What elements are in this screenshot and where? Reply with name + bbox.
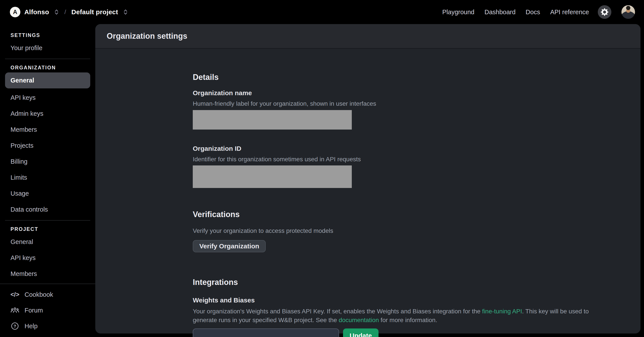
sidebar-item-forum[interactable]: Forum bbox=[0, 303, 95, 318]
top-bar: A Alfonso / Default project Playground D… bbox=[0, 0, 644, 24]
sidebar-item-proj-api-keys[interactable]: API keys bbox=[0, 250, 95, 266]
sidebar-item-org-data-controls[interactable]: Data controls bbox=[0, 202, 95, 218]
wandb-api-key-input[interactable] bbox=[193, 329, 339, 337]
wandb-desc-text: . This key will be used to bbox=[522, 308, 589, 315]
sidebar-item-help[interactable]: ? Help bbox=[0, 318, 95, 334]
integrations-heading: Integrations bbox=[193, 278, 640, 287]
documentation-link[interactable]: documentation bbox=[339, 317, 379, 324]
sidebar-item-your-profile[interactable]: Your profile bbox=[0, 40, 95, 56]
svg-text:?: ? bbox=[14, 324, 16, 329]
project-name[interactable]: Default project bbox=[72, 8, 118, 16]
page-title: Organization settings bbox=[107, 31, 187, 41]
wandb-desc-text: generate runs in your specified W&B proj… bbox=[193, 317, 339, 324]
wandb-description: Your organization's Weights and Biases A… bbox=[193, 307, 640, 325]
wandb-desc-text: for more information. bbox=[379, 317, 437, 324]
wandb-desc-text: Your organization's Weights and Biases A… bbox=[193, 308, 482, 315]
verify-organization-button[interactable]: Verify Organization bbox=[193, 240, 266, 252]
verifications-heading: Verifications bbox=[193, 210, 640, 219]
sidebar-item-org-limits[interactable]: Limits bbox=[0, 170, 95, 186]
wandb-input-row: Update bbox=[193, 329, 640, 337]
wandb-description-line1: Your organization's Weights and Biases A… bbox=[193, 307, 640, 316]
wandb-description-line2: generate runs in your specified W&B proj… bbox=[193, 316, 640, 325]
chevron-updown-icon[interactable] bbox=[54, 9, 59, 15]
sidebar-divider bbox=[5, 220, 90, 221]
sidebar-item-cookbook[interactable]: </> Cookbook bbox=[0, 287, 95, 303]
nav-api-reference[interactable]: API reference bbox=[550, 8, 589, 16]
sidebar-item-org-usage[interactable]: Usage bbox=[0, 186, 95, 202]
fine-tuning-api-link[interactable]: fine-tuning API bbox=[482, 308, 522, 315]
cookbook-label: Cookbook bbox=[24, 291, 53, 298]
settings-gear-button[interactable] bbox=[598, 5, 611, 19]
organization-id-label: Organization ID bbox=[193, 145, 640, 152]
code-icon: </> bbox=[10, 291, 20, 298]
help-label: Help bbox=[24, 323, 38, 330]
sidebar-footer: </> Cookbook Forum ? bbox=[0, 284, 95, 334]
help-icon: ? bbox=[10, 322, 20, 330]
sidebar: SETTINGS Your profile ORGANIZATION Gener… bbox=[0, 24, 95, 337]
verifications-description: Verify your organization to access prote… bbox=[193, 227, 640, 235]
organization-name-description: Human-friendly label for your organizati… bbox=[193, 99, 640, 108]
top-nav: Playground Dashboard Docs API reference bbox=[442, 5, 635, 19]
gear-icon bbox=[600, 8, 609, 16]
people-icon bbox=[10, 307, 20, 314]
sidebar-item-org-billing[interactable]: Billing bbox=[0, 154, 95, 170]
sidebar-item-org-admin-keys[interactable]: Admin keys bbox=[0, 106, 95, 122]
sidebar-section-settings: SETTINGS bbox=[10, 32, 95, 38]
org-name[interactable]: Alfonso bbox=[24, 8, 49, 16]
user-avatar[interactable] bbox=[622, 5, 635, 19]
sidebar-divider bbox=[5, 59, 90, 59]
nav-playground[interactable]: Playground bbox=[442, 8, 474, 16]
organization-name-label: Organization name bbox=[193, 89, 640, 97]
main-panel: Organization settings Details Organizati… bbox=[95, 24, 640, 334]
sidebar-item-proj-members[interactable]: Members bbox=[0, 266, 95, 282]
sidebar-item-org-members[interactable]: Members bbox=[0, 122, 95, 138]
organization-id-description: Identifier for this organization sometim… bbox=[193, 155, 640, 164]
update-button[interactable]: Update bbox=[343, 329, 378, 337]
sidebar-item-proj-general[interactable]: General bbox=[0, 234, 95, 250]
sidebar-section-organization: ORGANIZATION bbox=[10, 65, 95, 71]
organization-name-field-redacted[interactable] bbox=[193, 110, 352, 130]
breadcrumb-separator: / bbox=[64, 8, 66, 15]
breadcrumb: A Alfonso / Default project bbox=[10, 7, 128, 17]
panel-header: Organization settings bbox=[95, 24, 640, 48]
nav-docs[interactable]: Docs bbox=[526, 8, 540, 16]
org-avatar[interactable]: A bbox=[10, 7, 20, 17]
sidebar-section-project: PROJECT bbox=[10, 226, 95, 232]
sidebar-item-org-api-keys[interactable]: API keys bbox=[0, 90, 95, 106]
panel-body: Details Organization name Human-friendly… bbox=[95, 48, 640, 337]
sidebar-item-org-projects[interactable]: Projects bbox=[0, 138, 95, 154]
wandb-label: Weights and Biases bbox=[193, 297, 640, 304]
details-heading: Details bbox=[193, 73, 640, 82]
organization-id-field-redacted[interactable] bbox=[193, 165, 352, 188]
chevron-updown-icon[interactable] bbox=[123, 9, 128, 15]
forum-label: Forum bbox=[24, 307, 43, 314]
sidebar-item-org-general[interactable]: General bbox=[5, 72, 90, 88]
nav-dashboard[interactable]: Dashboard bbox=[484, 8, 516, 16]
